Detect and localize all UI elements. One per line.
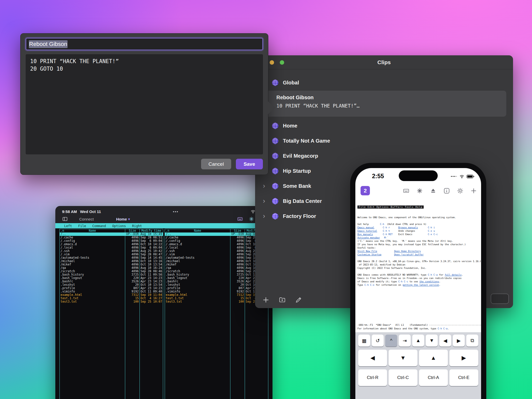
mc-file-row[interactable]: /scratch4096Sep 28 08:46 <box>165 270 268 273</box>
emacs-menubar[interactable]: File Edit Options Buffers Tools Help <box>357 205 481 209</box>
save-button[interactable]: Save <box>236 159 263 169</box>
emacs-link[interactable]: Visit New File <box>357 250 377 252</box>
edit-button[interactable] <box>295 296 302 303</box>
mc-file-row[interactable]: /mikef4096Oct 10 13:54 <box>60 263 163 266</box>
mc-file-row[interactable]: /automated-tests4096Sep 14 14:45 <box>60 256 163 260</box>
mc-file-row[interactable]: .lesshst20Oct 10 13:54 <box>165 283 268 287</box>
connect-button[interactable]: Connect <box>79 217 94 221</box>
key-arrow-down[interactable]: ▼ <box>389 350 417 366</box>
app-badge[interactable]: 2 <box>361 186 370 195</box>
chevron-right-icon[interactable]: › <box>263 182 265 189</box>
mc-file-row[interactable]: /michael4096Oct 10 13:16 <box>165 260 268 263</box>
key-arrow-left[interactable]: ◀ <box>358 350 387 366</box>
new-folder-button[interactable] <box>279 296 286 303</box>
command-icon[interactable] <box>416 188 423 194</box>
mc-file-row[interactable]: .bashrc3526Apr 23 14:23 <box>165 280 268 283</box>
mc-col-name[interactable]: Name <box>89 229 96 232</box>
mc-file-row[interactable]: /michael4096Oct 10 13:16 <box>60 260 163 263</box>
emacs-link[interactable]: Browse manuals <box>398 226 418 229</box>
mc-file-row[interactable]: test.1.txt15Oct 4 16:27 <box>60 297 163 300</box>
clip-item-reboot-gibson[interactable]: Reboot Gibson10 PRINT “HACK THE PLANET!”… <box>262 91 506 117</box>
clips-group-home[interactable]: Home <box>255 118 513 133</box>
key-ctrl-r[interactable]: Ctrl-R <box>358 369 387 386</box>
settings-icon[interactable] <box>457 188 463 194</box>
emacs-buffer[interactable]: File Edit Options Buffers Tools Help Wel… <box>357 199 481 322</box>
zoom-button[interactable] <box>280 60 284 65</box>
emacs-link[interactable]: Buy manuals <box>357 233 373 236</box>
emacs-link[interactable]: Open *scratch* buffer <box>394 253 424 256</box>
command-icon[interactable] <box>249 216 254 222</box>
mc-menu-right[interactable]: Right <box>129 224 145 228</box>
key-arrow-right[interactable]: ▶ <box>449 350 478 366</box>
key-arrow-up[interactable]: ▲ <box>419 350 448 366</box>
key-copy[interactable]: ⧉ <box>466 335 478 347</box>
chevron-right-icon[interactable]: › <box>263 212 265 219</box>
mc-sort-indicator[interactable]: .n <box>166 229 169 232</box>
clip-title-input[interactable]: Reboot Gibson <box>26 38 263 50</box>
emacs-link[interactable]: full details <box>445 274 462 276</box>
mc-file-row[interactable]: test3.txt100Sep 25 10:07 <box>165 300 268 303</box>
emacs-link[interactable]: Activate menubar <box>357 236 380 239</box>
clips-group-totally-not-a-game[interactable]: Totally Not A Game <box>255 133 513 148</box>
mc-file-row[interactable]: /.config4096Sep 6 09:04 <box>60 239 163 243</box>
key-arrow-left[interactable]: ◀ <box>439 335 451 347</box>
chevron-right-icon[interactable]: › <box>263 197 265 204</box>
mc-file-row[interactable]: test.1.txt15Oct 4 16:27 <box>165 297 268 300</box>
emacs-link[interactable]: getting the latest version <box>402 284 439 286</box>
mc-file-row[interactable]: .viminfo9192Oct 11 09:40 <box>165 290 268 293</box>
key-grid[interactable]: ▦ <box>358 335 370 347</box>
keyboard-icon[interactable] <box>403 188 409 194</box>
mc-file-row[interactable]: /.cache4096Sep 28 08:51 <box>165 236 268 239</box>
key-arrow-right[interactable]: ▶ <box>453 335 465 347</box>
mc-file-row[interactable]: .bashrc3526Apr 23 14:23 <box>60 280 163 283</box>
add-button[interactable] <box>262 296 269 303</box>
mc-file-row[interactable]: /qa4096Aug 10 16:24 <box>60 266 163 270</box>
key-ctrl-a[interactable]: Ctrl-A <box>419 369 448 386</box>
key-tab[interactable]: ⇥ <box>399 335 411 347</box>
key-caret[interactable]: ^ <box>385 335 397 347</box>
mc-file-row[interactable]: /.emacs.d4096Oct 10 14:22 <box>60 243 163 246</box>
mc-file-row[interactable]: .bash_logout220Apr 23 14:23 <box>165 276 268 280</box>
emacs-link[interactable]: the conditions <box>419 280 439 283</box>
key-arrow-up[interactable]: ▲ <box>412 335 424 347</box>
mc-menu-file[interactable]: File <box>75 224 89 228</box>
emacs-link[interactable]: Emacs tutorial <box>357 230 377 232</box>
mc-file-row[interactable]: /.ssh4096Aug 25 10:42 <box>60 249 163 253</box>
mc-file-row[interactable]: /qa4096Aug 10 16:24 <box>165 266 268 270</box>
mc-file-row[interactable]: .bash_logout220Apr 23 14:23 <box>60 276 163 280</box>
mc-file-row[interactable]: /.config4096Sep 6 09:04 <box>165 239 268 243</box>
mc-file-row[interactable]: /.local4096Sep 6 09:04 <box>165 246 268 249</box>
mc-menu-left[interactable]: Left <box>61 224 75 228</box>
sidebar-icon[interactable] <box>62 216 68 222</box>
clips-group-global[interactable]: Global <box>255 76 513 89</box>
mc-file-row[interactable]: test3.txt100Sep 25 10:07 <box>60 300 163 303</box>
key-undo[interactable]: ↺ <box>372 335 384 347</box>
mc-file-row[interactable]: /mikef4096Oct 10 13:54 <box>165 263 268 266</box>
info-icon[interactable] <box>443 188 450 194</box>
clips-group-evil-megacorp[interactable]: Evil Megacorp <box>255 148 513 163</box>
mc-file-row[interactable]: /.local4096Sep 6 09:04 <box>60 246 163 249</box>
mc-file-row[interactable]: /automated-tests4096Sep 14 14:45 <box>165 256 268 260</box>
mc-file-row[interactable]: example.html7312Sep 19 11:04 <box>60 293 163 297</box>
keyboard-icon[interactable] <box>237 216 243 222</box>
clips-titlebar[interactable]: Clips <box>255 55 513 69</box>
mc-file-row[interactable]: .profile807Apr 23 14:23 <box>165 287 268 290</box>
eject-icon[interactable] <box>430 188 436 194</box>
mc-sort-indicator[interactable]: .n <box>61 229 64 232</box>
mc-menu-command[interactable]: Command <box>89 224 109 228</box>
mc-file-row[interactable]: /.emacs.d4096Oct 10 14:22 <box>165 243 268 246</box>
mc-col-time[interactable]: Modify time <box>139 229 163 232</box>
add-icon[interactable] <box>470 188 477 194</box>
mc-col-size[interactable]: Size <box>230 229 245 232</box>
emacs-link[interactable]: Open Home Directory <box>394 250 421 252</box>
mc-file-row[interactable]: example.html7312Sep 19 11:04 <box>165 293 268 297</box>
mc-col-size[interactable]: Size <box>125 229 139 232</box>
key-ctrl-c[interactable]: Ctrl-C <box>389 369 417 386</box>
code-editor[interactable]: 10 PRINT “HACK THE PLANET!” 20 GOTO 10 <box>26 54 263 154</box>
mc-file-row[interactable]: /.cache4096Sep 28 08:51 <box>60 236 163 239</box>
mc-file-row[interactable]: /.ssh4096Aug 25 10:42 <box>165 249 268 253</box>
mc-menu-options[interactable]: Options <box>109 224 129 228</box>
clips-search-field[interactable] <box>491 294 509 304</box>
mc-file-row[interactable]: /..UP--DIRAug 10 15:49 <box>60 232 163 236</box>
mc-file-row[interactable]: /scratch4096Sep 28 08:46 <box>60 270 163 273</box>
